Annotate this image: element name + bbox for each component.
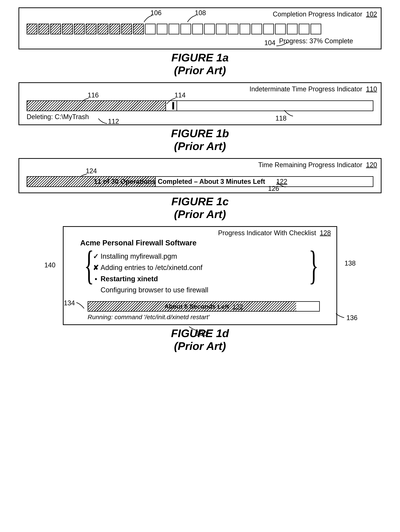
figure-1b-box: Indeterminate Time Progress Indicator 11… — [19, 82, 381, 125]
ref-136: 136 — [346, 314, 357, 322]
fig1c-caption: FIGURE 1c(Prior Art) — [19, 195, 381, 221]
progress-bar-indeterminate — [27, 100, 373, 111]
progress-segment-empty — [240, 24, 250, 34]
progress-segment-filled — [98, 24, 108, 34]
fig1d-title: Progress Indicator With Checklist 128 — [69, 229, 331, 237]
fig1d-title-ref: 128 — [320, 229, 331, 237]
progress-fill — [27, 101, 166, 111]
progress-segment-filled — [62, 24, 73, 34]
fig1b-title-ref: 110 — [366, 85, 377, 93]
progress-segment-empty — [275, 24, 286, 34]
progress-segment-filled — [50, 24, 61, 34]
figure-1a-box: Completion Progress Indicator 102 106 10… — [19, 7, 381, 49]
progress-segment-filled — [27, 24, 37, 34]
progress-segment-empty — [180, 24, 191, 34]
fig1a-title-text: Completion Progress Indicator — [273, 10, 362, 18]
bar-right-text: Completed – About 3 Minutes Left — [158, 178, 265, 185]
progress-segment-empty — [145, 24, 156, 34]
ref-134: 134 — [64, 299, 75, 307]
left-brace-icon: { — [84, 249, 94, 281]
progress-segment-empty — [299, 24, 309, 34]
right-brace-icon: } — [309, 249, 319, 281]
progress-segment-filled — [109, 24, 120, 34]
progress-segment-empty — [169, 24, 179, 34]
progress-text: Progress: 37% Complete — [279, 37, 353, 45]
progress-segment-empty — [251, 24, 262, 34]
status-text: Deleting: C:\MyTrash — [27, 113, 377, 121]
progress-segment-empty — [216, 24, 227, 34]
status-text: Running: command '/etc/init.d/xinetd res… — [88, 313, 331, 321]
progress-segment-empty — [204, 24, 215, 34]
fig1c-title-ref: 120 — [366, 161, 377, 169]
progress-segment-empty — [192, 24, 203, 34]
progress-segment-empty — [311, 24, 321, 34]
ref-104: 104 — [264, 39, 275, 47]
checklist-item-text: Configuring browser to use firewall — [100, 285, 208, 296]
progress-bar-segmented — [27, 24, 373, 34]
checklist: ✓Installing myfirewall.pgm✘Adding entrie… — [91, 251, 331, 296]
fig1b-caption: FIGURE 1b(Prior Art) — [19, 127, 381, 152]
software-name: Acme Personal Firewall Software — [80, 239, 331, 247]
checklist-item: ▪Restarting xinetd — [91, 273, 331, 285]
checklist-item-text: Adding entries to /etc/xinetd.conf — [100, 262, 202, 273]
figure-1d-box: Progress Indicator With Checklist 128 Ac… — [63, 226, 337, 325]
progress-bar-time-remaining: 11 of 30 Operations Completed – About 3 … — [27, 176, 373, 187]
fig1d-title-text: Progress Indicator With Checklist — [218, 229, 316, 237]
fig1a-title-ref: 102 — [366, 10, 377, 18]
fig1a-caption: FIGURE 1a(Prior Art) — [19, 51, 381, 77]
ref-140: 140 — [44, 261, 56, 269]
progress-segment-filled — [121, 24, 132, 34]
bar-left-text: 11 of 30 Operations — [29, 178, 157, 185]
fig1c-title-text: Time Remaining Progress Indicator — [258, 161, 362, 169]
progress-segment-empty — [287, 24, 298, 34]
progress-segment-empty — [228, 24, 238, 34]
fig1c-title: Time Remaining Progress Indicator 120 — [23, 161, 377, 169]
progress-segment-filled — [74, 24, 85, 34]
checklist-item-text: Installing myfirewall.pgm — [100, 251, 177, 262]
fig1b-title-text: Indeterminate Time Progress Indicator — [250, 85, 362, 93]
ref-112: 112 — [108, 118, 119, 125]
progress-segment-empty — [157, 24, 168, 34]
progress-segment-empty — [263, 24, 274, 34]
checklist-item: ✓Installing myfirewall.pgm — [91, 251, 331, 262]
progress-segment-filled — [133, 24, 144, 34]
bar-ref: 132 — [232, 303, 243, 310]
progress-bar: About 6 Seconds Left 132 — [88, 301, 320, 312]
checklist-item: Configuring browser to use firewall — [91, 285, 331, 296]
ref-138: 138 — [344, 260, 356, 267]
figure-1c-box: Time Remaining Progress Indicator 120 12… — [19, 158, 381, 193]
progress-segment-filled — [86, 24, 96, 34]
progress-segment-filled — [38, 24, 49, 34]
fig1b-title: Indeterminate Time Progress Indicator 11… — [23, 85, 377, 93]
checklist-item: ✘Adding entries to /etc/xinetd.conf — [91, 262, 331, 273]
checklist-item-text: Restarting xinetd — [100, 273, 158, 285]
bar-text: About 6 Seconds Left — [164, 303, 229, 310]
